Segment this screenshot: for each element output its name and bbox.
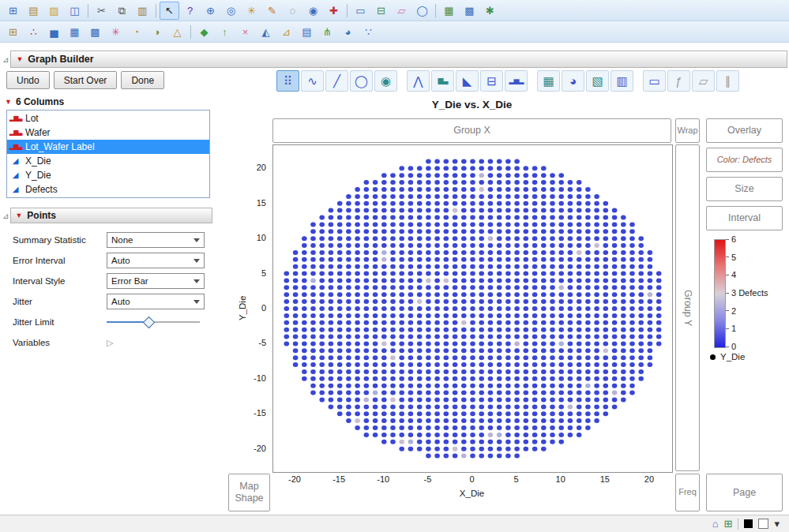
oval-icon[interactable]: ◯ [412, 2, 432, 20]
marker-dropdown-icon[interactable]: ▾ [774, 519, 780, 529]
grid-chart-icon[interactable]: ▤ [297, 23, 317, 41]
copy-icon[interactable]: ⧉ [112, 2, 132, 20]
column-item[interactable]: ▂▆▃Lot [7, 111, 209, 126]
undo-button[interactable]: Undo [6, 71, 50, 89]
points-element-icon[interactable]: ⠿ [276, 70, 299, 92]
line-element-icon[interactable]: ⋀ [407, 70, 430, 92]
list-check-icon[interactable]: ⊟ [371, 2, 391, 20]
open-icon[interactable]: ▨ [44, 2, 64, 20]
points-collapse-icon[interactable]: ⊿ [2, 212, 9, 220]
bar-analysis-icon[interactable]: ▅ [44, 23, 64, 41]
magnifier-tool-icon[interactable]: ◉ [303, 2, 323, 20]
pie-element-icon[interactable]: ◕ [562, 70, 584, 92]
y-tick-label: 15 [227, 198, 266, 208]
smoother-element-icon[interactable]: ∿ [301, 70, 324, 92]
cut-icon[interactable]: ✂ [92, 2, 111, 20]
column-item[interactable]: ◢Defects [7, 182, 209, 197]
caption-box-element-icon[interactable]: ▭ [643, 70, 666, 92]
wafer-map-plot[interactable] [272, 144, 673, 473]
summary-statistic-select[interactable]: None [107, 232, 205, 248]
drop-zone-wrap[interactable]: Wrap [675, 118, 700, 143]
window-tile-icon[interactable]: ⊞ [724, 519, 733, 529]
drop-zone-group-y[interactable]: Group Y [675, 144, 700, 471]
column-item[interactable]: ◢X_Die [7, 154, 209, 168]
drop-zone-map-shape[interactable]: Map Shape [228, 474, 270, 511]
drop-zone-interval[interactable]: Interval [706, 206, 783, 230]
y-tick-label: -20 [227, 444, 266, 453]
home-icon[interactable]: ⌂ [712, 519, 719, 529]
property-row: Interval StyleError Bar [0, 271, 227, 291]
drop-zone-color[interactable]: Color: Defects [706, 148, 783, 172]
error-interval-select[interactable]: Auto [107, 253, 205, 268]
area-element-icon[interactable]: ◣ [456, 70, 479, 92]
crosshair-tool-icon[interactable]: ⊕ [201, 2, 220, 20]
pie-chart-icon[interactable]: ◕ [338, 23, 358, 41]
column-item[interactable]: ▂▆▃Lot_Wafer Label [7, 140, 209, 154]
drop-zone-page[interactable]: Page [706, 474, 783, 511]
ellipse-element-icon[interactable]: ◯ [350, 70, 373, 92]
tree-up-icon[interactable]: ↑ [215, 23, 235, 41]
scatter-cross-icon[interactable]: ∵ [359, 23, 378, 41]
columns-red-triangle-icon[interactable]: ▼ [5, 99, 12, 106]
column-item[interactable]: ◢Y_Die [7, 168, 209, 182]
toolbar-separator [190, 25, 191, 39]
lasso-tool-icon[interactable]: ◌ [283, 2, 302, 20]
data-grid-icon[interactable]: ▦ [439, 2, 459, 20]
red-triangle-menu-icon[interactable]: ▼ [16, 56, 23, 63]
treemap-element-icon[interactable]: ▧ [586, 70, 609, 92]
contour-element-icon[interactable]: ◉ [374, 70, 397, 92]
column-info-icon[interactable]: ▩ [460, 2, 479, 20]
grabber-tool-icon[interactable]: ✳ [242, 2, 261, 20]
jitter-select[interactable]: Auto [107, 294, 205, 309]
star-burst-icon[interactable]: ✳ [106, 23, 126, 41]
bar-element-icon[interactable]: ▆▃ [431, 70, 454, 92]
brush-tool-icon[interactable]: ✎ [262, 2, 282, 20]
box-plot-element-icon[interactable]: ⊟ [480, 70, 503, 92]
jitter-limit-slider[interactable] [107, 317, 200, 328]
gear-plus-icon[interactable]: ✱ [480, 2, 500, 20]
column-item[interactable]: ▂▆▃Wafer [7, 126, 209, 140]
dot-plot-icon[interactable]: ∴ [24, 23, 43, 41]
help-tool-icon[interactable]: ? [180, 2, 200, 20]
drop-zone-freq[interactable]: Freq [675, 474, 700, 511]
drop-zone-group-x[interactable]: Group X [272, 118, 671, 143]
mosaic-element-icon[interactable]: ▥ [611, 70, 633, 92]
marker-black-swatch[interactable] [744, 519, 753, 528]
new-journal-icon[interactable]: ▤ [24, 2, 43, 20]
marker-white-swatch[interactable] [758, 519, 768, 529]
drop-zone-overlay[interactable]: Overlay [706, 118, 783, 143]
defects-legend-tick: 0 [726, 342, 736, 351]
save-icon[interactable]: ◫ [65, 2, 85, 20]
journal-page-icon[interactable]: ⊞ [3, 23, 23, 41]
done-button[interactable]: Done [121, 71, 164, 89]
annotate-tool-icon[interactable]: ✚ [324, 2, 344, 20]
green-diamond-icon[interactable]: ◆ [194, 23, 214, 41]
heatmap-element-icon[interactable]: ▦ [537, 70, 560, 92]
drop-zone-size[interactable]: Size [706, 177, 783, 201]
outline-collapse-icon[interactable]: ⊿ [2, 55, 9, 64]
pink-x-icon[interactable]: × [235, 23, 255, 41]
ruler-triangle-icon[interactable]: ⊿ [276, 23, 296, 41]
interval-style-select[interactable]: Error Bar [107, 273, 205, 289]
arrow-tool-icon[interactable]: ↖ [160, 2, 179, 20]
layered-chart-icon[interactable]: ◭ [256, 23, 276, 41]
branch-icon[interactable]: ⋔ [317, 23, 337, 41]
start-over-button[interactable]: Start Over [54, 71, 118, 89]
control-chart-icon[interactable]: ▦ [65, 23, 85, 41]
property-row: Jitter Limit [0, 312, 227, 332]
polygon-icon[interactable]: ▱ [392, 2, 411, 20]
slider-thumb[interactable] [143, 317, 156, 329]
paste-icon[interactable]: ▥ [133, 2, 152, 20]
defects-color-gradient-legend[interactable] [714, 239, 726, 348]
half-circle-icon[interactable]: ◑ [147, 23, 167, 41]
new-data-table-icon[interactable]: ⊞ [3, 2, 23, 20]
variables-disclosure-icon[interactable]: ▷ [107, 338, 113, 348]
histogram-element-icon[interactable]: ▂▅▂ [505, 70, 528, 92]
selection-icon[interactable]: ▭ [351, 2, 370, 20]
points-red-triangle-icon[interactable]: ▼ [15, 212, 22, 219]
line-of-fit-element-icon[interactable]: ╱ [325, 70, 348, 92]
swirl-pie-icon[interactable]: ◔ [126, 23, 146, 41]
zoom-tool-icon[interactable]: ◎ [221, 2, 241, 20]
triangle-hazard-icon[interactable]: △ [167, 23, 187, 41]
cells-icon[interactable]: ▩ [85, 23, 105, 41]
